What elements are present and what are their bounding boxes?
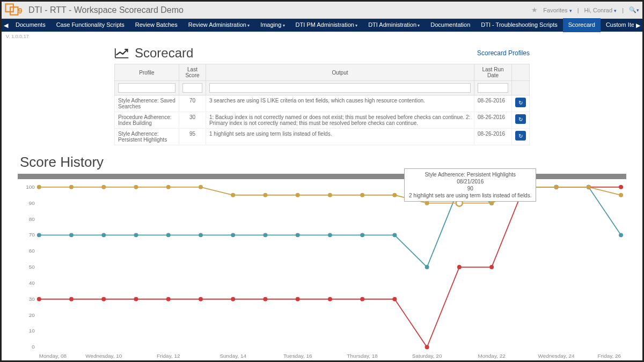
chart-point[interactable] xyxy=(457,265,462,269)
chart-point[interactable] xyxy=(425,345,429,349)
nav-imaging[interactable]: Imaging xyxy=(255,18,290,32)
table-row: Style Adherence: Saved Searches 70 3 sea… xyxy=(115,95,530,112)
scorecard-profiles-link[interactable]: Scorecard Profiles xyxy=(477,49,530,57)
th-output[interactable]: Output xyxy=(206,64,474,81)
chart-point[interactable] xyxy=(619,233,623,237)
chart-point[interactable] xyxy=(619,185,623,189)
chart-point[interactable] xyxy=(619,193,623,197)
svg-text:60: 60 xyxy=(29,248,35,254)
chart-point[interactable] xyxy=(489,265,494,269)
svg-text:9: 9 xyxy=(18,6,22,14)
chart-point[interactable] xyxy=(231,297,235,301)
cell-score: 95 xyxy=(179,129,206,145)
refresh-button[interactable]: ↻ xyxy=(515,131,526,141)
nav-custom-items[interactable]: Custom Items xyxy=(601,18,634,32)
nav-documentation[interactable]: Documentation xyxy=(425,18,475,32)
chart-point[interactable] xyxy=(37,297,41,301)
chart-point[interactable] xyxy=(231,233,235,237)
cell-output: 1 highlight sets are using term lists in… xyxy=(206,129,474,145)
chart-point[interactable] xyxy=(263,193,267,197)
chart-point[interactable] xyxy=(199,233,203,237)
nav-scroll-right[interactable]: ▶ xyxy=(634,22,642,29)
cell-output: 1: Backup index is not correctly named o… xyxy=(206,112,474,129)
chart-point[interactable] xyxy=(166,233,171,237)
chart-point[interactable] xyxy=(101,297,106,301)
chart-point[interactable] xyxy=(392,297,397,301)
score-history-chart[interactable]: 0102030405060708090100Monday, 08Wednesda… xyxy=(18,181,626,362)
chart-point[interactable] xyxy=(328,297,332,301)
favorites-star-icon[interactable]: ★ xyxy=(531,6,538,14)
chart-point[interactable] xyxy=(37,185,41,189)
nav-case-functionality-scripts[interactable]: Case Functionality Scripts xyxy=(51,18,130,32)
nav-documents[interactable]: Documents xyxy=(10,18,51,32)
th-date[interactable]: Last Run Date xyxy=(474,64,512,81)
chart-point[interactable] xyxy=(69,297,74,301)
nav-review-batches[interactable]: Review Batches xyxy=(130,18,183,32)
chart-point[interactable] xyxy=(425,265,429,269)
chart-point[interactable] xyxy=(166,185,171,189)
chart-point[interactable] xyxy=(263,297,267,301)
cell-date: 08-26-2016 xyxy=(474,129,512,145)
chart-point[interactable] xyxy=(296,193,300,197)
chart-point[interactable] xyxy=(296,297,300,301)
chart-point[interactable] xyxy=(134,233,138,237)
nav-dti-pm-administration[interactable]: DTI PM Administration xyxy=(290,18,363,32)
cell-profile: Procedure Adherence: Index Building xyxy=(115,112,179,129)
cell-score: 70 xyxy=(179,95,206,112)
svg-text:100: 100 xyxy=(26,184,35,190)
favorites-link[interactable]: Favorites ▾ xyxy=(543,7,572,13)
th-score[interactable]: Last Score xyxy=(179,64,206,81)
chart-point[interactable] xyxy=(37,233,41,237)
svg-text:0: 0 xyxy=(32,344,35,350)
chart-point[interactable] xyxy=(360,233,364,237)
th-profile[interactable]: Profile xyxy=(115,64,179,81)
chart-point[interactable] xyxy=(69,185,74,189)
chart-point[interactable] xyxy=(360,193,364,197)
nav-dti-troubleshooting-scripts[interactable]: DTI - Troubleshooting Scripts xyxy=(475,18,562,32)
chart-point[interactable] xyxy=(134,297,138,301)
chart-point[interactable] xyxy=(166,297,171,301)
chart-point[interactable] xyxy=(392,233,397,237)
svg-text:90: 90 xyxy=(29,200,35,206)
chart-container: 0102030405060708090100Monday, 08Wednesda… xyxy=(18,174,626,362)
cell-date: 08-26-2016 xyxy=(474,112,512,129)
svg-text:Friday, 12: Friday, 12 xyxy=(157,353,180,359)
chart-point[interactable] xyxy=(587,185,591,189)
svg-text:Wednesday, 24: Wednesday, 24 xyxy=(538,353,575,359)
filter-output[interactable] xyxy=(209,83,471,93)
chart-point[interactable] xyxy=(101,233,106,237)
chart-point[interactable] xyxy=(134,185,138,189)
chart-point[interactable] xyxy=(296,233,300,237)
version-label: V. 1.0.0.17 xyxy=(2,32,642,41)
navbar: ◀ DocumentsCase Functionality ScriptsRev… xyxy=(2,19,642,32)
chart-point[interactable] xyxy=(69,233,74,237)
chart-point[interactable] xyxy=(328,233,332,237)
svg-text:Friday, 26: Friday, 26 xyxy=(598,353,621,359)
user-greeting[interactable]: Hi, Conrad ▾ xyxy=(584,7,617,13)
filter-score[interactable] xyxy=(182,83,202,93)
filter-profile[interactable] xyxy=(118,83,175,93)
chart-point[interactable] xyxy=(231,193,235,197)
topbar: 9 DTI - RTT - Workspace Scorecard Demo ★… xyxy=(2,2,642,19)
nav-dti-administration[interactable]: DTI Administration xyxy=(363,18,425,32)
nav-scorecard[interactable]: Scorecard xyxy=(563,18,601,32)
topbar-divider: | xyxy=(577,7,579,13)
chart-point[interactable] xyxy=(199,185,203,189)
filter-date[interactable] xyxy=(478,83,508,93)
chart-point[interactable] xyxy=(392,193,397,197)
chart-point[interactable] xyxy=(554,185,559,189)
chart-point[interactable] xyxy=(360,297,364,301)
nav-review-administration[interactable]: Review Administration xyxy=(183,18,255,32)
nav-scroll-left[interactable]: ◀ xyxy=(2,22,10,29)
svg-text:50: 50 xyxy=(29,264,35,270)
search-icon[interactable]: 🔍▾ xyxy=(629,6,639,13)
refresh-button[interactable]: ↻ xyxy=(515,114,526,124)
svg-text:Sunday, 14: Sunday, 14 xyxy=(219,353,246,359)
chart-point[interactable] xyxy=(328,193,332,197)
chart-point[interactable] xyxy=(199,297,203,301)
chart-point[interactable] xyxy=(101,185,106,189)
cell-profile: Style Adherence: Persistent Highlights xyxy=(115,129,179,145)
refresh-button[interactable]: ↻ xyxy=(515,98,526,107)
chart-point[interactable] xyxy=(263,233,267,237)
svg-text:Thursday, 18: Thursday, 18 xyxy=(347,353,378,359)
